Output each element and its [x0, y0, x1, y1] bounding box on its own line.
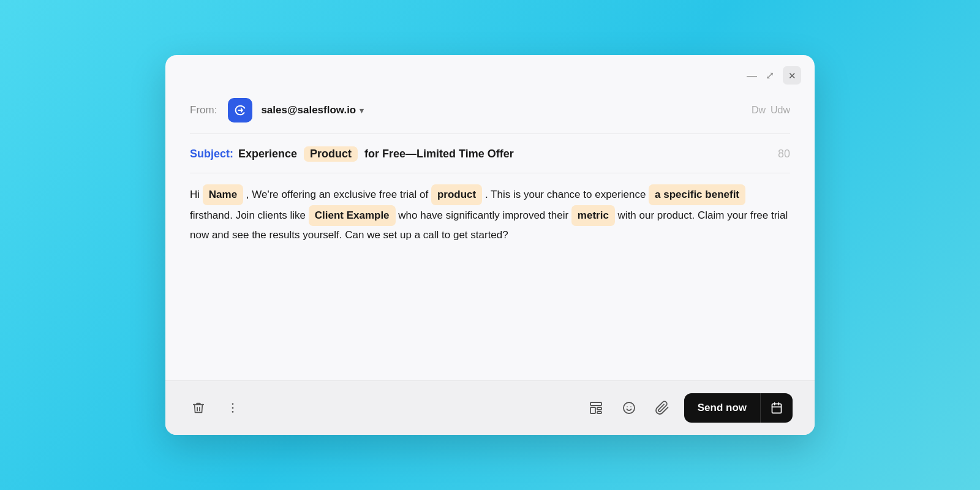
- send-now-button[interactable]: Send now: [684, 393, 793, 423]
- initials-dw: Dw: [752, 105, 766, 116]
- subject-part-experience: Experience: [238, 148, 300, 160]
- body-text-1: , We're offering an exclusive free trial…: [243, 189, 431, 200]
- expand-button[interactable]: ⤢: [766, 70, 774, 81]
- calendar-icon: [771, 402, 783, 414]
- toolbar: Send now: [165, 380, 815, 435]
- window-controls-bar: — ⤢ ✕: [165, 55, 815, 91]
- svg-point-0: [232, 403, 234, 405]
- svg-point-1: [232, 407, 234, 409]
- svg-rect-6: [597, 412, 601, 413]
- template-icon: [589, 401, 603, 415]
- svg-rect-4: [590, 407, 595, 413]
- email-address: sales@salesflow.io: [261, 104, 356, 116]
- toolbar-right: Send now: [585, 393, 793, 423]
- body-token-metric[interactable]: metric: [571, 205, 615, 226]
- body-text-2: . This is your chance to experience: [482, 189, 649, 200]
- send-now-label: Send now: [684, 393, 760, 423]
- attach-icon: [655, 401, 669, 415]
- emoji-button[interactable]: [618, 397, 640, 419]
- minimize-button[interactable]: —: [747, 70, 757, 81]
- more-button[interactable]: [222, 397, 244, 419]
- sender-email[interactable]: sales@salesflow.io ▾: [261, 104, 364, 116]
- subject-text: Experience Product for Free—Limited Time…: [238, 146, 766, 162]
- svg-rect-5: [597, 407, 601, 410]
- svg-point-9: [630, 406, 631, 407]
- email-body[interactable]: Hi Name , We're offering an exclusive fr…: [165, 173, 815, 380]
- subject-part-rest: for Free—Limited Time Offer: [361, 148, 514, 160]
- attach-button[interactable]: [651, 397, 673, 419]
- svg-point-7: [624, 402, 635, 413]
- body-text-3: firsthand. Join clients like: [190, 209, 309, 221]
- close-button[interactable]: ✕: [783, 66, 801, 85]
- more-icon: [226, 401, 239, 415]
- svg-point-2: [232, 411, 234, 413]
- subject-score: 80: [766, 148, 790, 160]
- chevron-down-icon: ▾: [360, 106, 364, 115]
- body-token-name[interactable]: Name: [203, 184, 243, 205]
- body-text-4: who have significantly improved their: [396, 209, 571, 221]
- salesflow-icon: [233, 104, 247, 117]
- trash-icon: [192, 401, 205, 415]
- svg-rect-3: [590, 402, 601, 405]
- emoji-icon: [622, 401, 636, 415]
- body-token-product[interactable]: product: [431, 184, 482, 205]
- delete-button[interactable]: [187, 397, 209, 419]
- subject-row: Subject: Experience Product for Free—Lim…: [165, 134, 815, 173]
- body-token-client[interactable]: Client Example: [309, 205, 396, 226]
- subject-label: Subject:: [190, 148, 233, 160]
- subject-token-product[interactable]: Product: [304, 146, 358, 162]
- svg-rect-10: [772, 404, 782, 413]
- toolbar-left: [187, 397, 244, 419]
- from-row-right: Dw Udw: [752, 105, 790, 116]
- from-row: From: sales@salesflow.io ▾ Dw Udw: [165, 91, 815, 134]
- from-label: From:: [190, 104, 217, 116]
- body-text-hi: Hi: [190, 189, 203, 200]
- template-button[interactable]: [585, 397, 607, 419]
- svg-point-8: [627, 406, 628, 407]
- calendar-button[interactable]: [760, 393, 793, 423]
- body-token-benefit[interactable]: a specific benefit: [649, 184, 745, 205]
- initials-udw: Udw: [771, 105, 790, 116]
- sender-avatar: [228, 98, 252, 123]
- email-compose-window: — ⤢ ✕ From: sales@salesflow.io ▾ Dw Udw …: [165, 55, 815, 435]
